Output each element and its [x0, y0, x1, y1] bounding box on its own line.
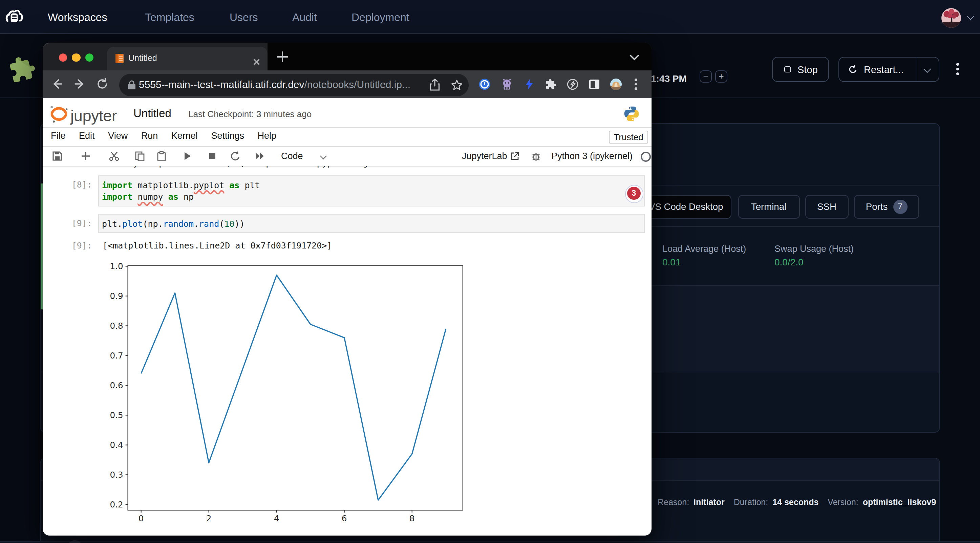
- extension-lightning-icon[interactable]: [523, 79, 535, 90]
- schedule-time: 11:43 PM: [646, 73, 687, 84]
- jupyter-logo-icon: [49, 104, 68, 123]
- tab-search-chevron-icon[interactable]: [631, 52, 638, 58]
- decrease-time-button[interactable]: −: [700, 70, 712, 83]
- coder-logo-icon[interactable]: [5, 8, 24, 26]
- browser-titlebar[interactable]: Untitled: [43, 42, 652, 70]
- nav-item-deployment[interactable]: Deployment: [352, 11, 409, 24]
- back-icon[interactable]: [49, 76, 64, 91]
- increase-time-button[interactable]: +: [715, 70, 727, 83]
- menu-file[interactable]: File: [45, 131, 71, 141]
- svg-text:0.2: 0.2: [110, 499, 123, 509]
- restart-kernel-icon[interactable]: [230, 151, 240, 161]
- lock-icon: [127, 79, 136, 90]
- browser-tab[interactable]: Untitled: [107, 47, 267, 70]
- cell9-input[interactable]: plt.plot(np.random.rand(10)): [98, 214, 645, 233]
- green-indicator-bar: [41, 183, 43, 310]
- browser-menu-kebab[interactable]: [635, 79, 637, 91]
- url-text[interactable]: 5555--main--test--matifali.atif.cdr.dev/…: [139, 78, 410, 90]
- nav-item-templates[interactable]: Templates: [145, 11, 194, 24]
- extension-1password-icon[interactable]: [479, 79, 490, 90]
- cut-icon[interactable]: [109, 151, 119, 161]
- terminal-button[interactable]: Terminal: [738, 195, 800, 219]
- add-cell-icon[interactable]: [81, 151, 91, 161]
- debugger-bug-icon[interactable]: [531, 151, 541, 161]
- address-bar[interactable]: 5555--main--test--matifali.atif.cdr.dev/…: [119, 73, 469, 96]
- ports-count-badge: 7: [893, 200, 907, 214]
- build-info-row: Reason: initiator Duration: 14 seconds V…: [658, 497, 936, 507]
- svg-text:6: 6: [342, 513, 347, 523]
- menu-help[interactable]: Help: [252, 131, 282, 141]
- run-all-icon[interactable]: [255, 151, 265, 161]
- nav-item-workspaces[interactable]: Workspaces: [48, 11, 107, 24]
- coder-top-nav: Workspaces Templates Users Audit Deploym…: [0, 0, 980, 34]
- jupyter-menubar: File Edit View Run Kernel Settings Help: [45, 131, 282, 141]
- notebook-favicon: [114, 54, 124, 64]
- jupyterlab-link[interactable]: JupyterLab: [462, 151, 507, 161]
- run-cell-icon[interactable]: [182, 151, 192, 161]
- browser-profile-avatar[interactable]: [610, 79, 622, 90]
- checkpoint-status: Last Checkpoint: 3 minutes ago: [188, 109, 312, 119]
- restart-icon: [848, 65, 857, 74]
- ports-button[interactable]: Ports 7: [854, 195, 919, 219]
- extension-github-icon[interactable]: [501, 79, 512, 90]
- tab-close-icon[interactable]: [253, 58, 260, 65]
- menu-settings[interactable]: Settings: [205, 131, 250, 141]
- ssh-button[interactable]: SSH: [805, 195, 848, 219]
- paste-icon[interactable]: [156, 151, 167, 161]
- extension-stylus-icon[interactable]: [567, 79, 578, 90]
- notebook-cells: y = np.random.rand(10) # plot with pyplo…: [43, 166, 652, 535]
- menu-run[interactable]: Run: [136, 131, 164, 141]
- stop-icon: [784, 66, 791, 73]
- nav-item-audit[interactable]: Audit: [292, 11, 317, 24]
- new-tab-button[interactable]: [277, 51, 288, 62]
- cell8-input[interactable]: import matplotlib.pyplot as plt import n…: [98, 175, 645, 206]
- next-section-edge: [0, 541, 980, 543]
- maximize-window-button[interactable]: [85, 53, 94, 62]
- svg-text:0.4: 0.4: [110, 440, 123, 449]
- jupyter-wordmark: jupyter: [70, 107, 117, 125]
- svg-text:4: 4: [274, 513, 279, 523]
- kernel-name[interactable]: Python 3 (ipykernel): [551, 151, 633, 161]
- trusted-badge[interactable]: Trusted: [609, 131, 648, 143]
- user-menu-chevron-icon[interactable]: [968, 14, 975, 20]
- share-icon[interactable]: [430, 78, 440, 91]
- menu-kernel[interactable]: Kernel: [166, 131, 203, 141]
- cell-type-select[interactable]: Code: [281, 151, 303, 161]
- workspace-template-icon: [9, 51, 36, 87]
- svg-text:0.6: 0.6: [110, 380, 123, 390]
- copy-icon[interactable]: [135, 151, 145, 161]
- restart-workspace-button[interactable]: Restart...: [838, 57, 939, 82]
- stat-swap-usage-label: Swap Usage (Host): [775, 244, 854, 254]
- bookmark-star-icon[interactable]: [451, 79, 463, 90]
- matplotlib-figure: 0.20.30.40.50.60.70.80.91.002468: [100, 259, 479, 531]
- menu-view[interactable]: View: [103, 131, 133, 141]
- save-icon[interactable]: [52, 151, 62, 161]
- python-logo-icon: [623, 105, 640, 122]
- notebook-title[interactable]: Untitled: [134, 107, 171, 120]
- stop-workspace-button[interactable]: Stop: [772, 57, 829, 82]
- interrupt-kernel-icon[interactable]: [207, 151, 217, 161]
- output-prompt: [9]:: [43, 239, 92, 251]
- jupyter-toolbar: Code JupyterLab Python 3 (ipykernel): [43, 146, 652, 166]
- svg-text:8: 8: [409, 513, 415, 523]
- screen: Workspaces Templates Users Audit Deploym…: [0, 0, 980, 543]
- extensions-puzzle-icon[interactable]: [545, 79, 557, 90]
- menu-edit[interactable]: Edit: [73, 131, 100, 141]
- nav-item-users[interactable]: Users: [229, 11, 258, 24]
- minimize-window-button[interactable]: [72, 53, 81, 62]
- restart-options-chevron-icon[interactable]: [924, 66, 929, 72]
- forward-icon[interactable]: [72, 76, 88, 91]
- reload-icon[interactable]: [95, 76, 110, 91]
- svg-text:2: 2: [206, 513, 212, 523]
- workspace-menu-kebab[interactable]: [955, 63, 960, 78]
- svg-text:1.0: 1.0: [110, 261, 123, 271]
- svg-text:0: 0: [138, 513, 144, 523]
- svg-text:0.8: 0.8: [110, 321, 123, 330]
- output-repr-text: [<matplotlib.lines.Line2D at 0x7fd03f191…: [103, 239, 332, 251]
- stat-load-average-label: Load Average (Host): [662, 244, 746, 254]
- side-panel-icon[interactable]: [589, 79, 600, 90]
- user-avatar[interactable]: [942, 8, 961, 28]
- svg-text:0.9: 0.9: [110, 291, 123, 301]
- close-window-button[interactable]: [59, 53, 67, 62]
- svg-text:0.7: 0.7: [110, 350, 123, 360]
